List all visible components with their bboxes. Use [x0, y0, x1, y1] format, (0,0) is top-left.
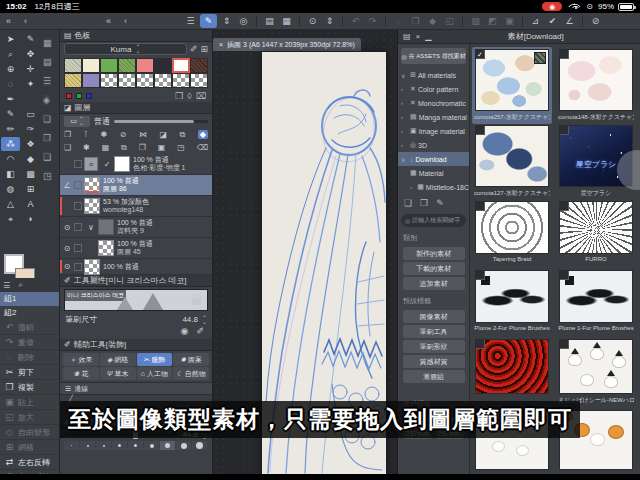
checkbox-icon[interactable]: [559, 339, 569, 349]
size-preset[interactable]: [144, 441, 159, 450]
blend-mode-value[interactable]: 普通: [94, 116, 110, 127]
pen-mode-button[interactable]: ✎: [200, 14, 217, 28]
collapse-palette2-icon[interactable]: ‹: [117, 16, 134, 26]
new-layer-icon[interactable]: ❏: [64, 143, 71, 152]
hand-tool[interactable]: ✥: [21, 47, 40, 61]
dock-material4-icon[interactable]: ◳: [43, 171, 52, 181]
tag-gradient-set[interactable]: 漸層組: [403, 370, 465, 383]
undo-button[interactable]: ↶: [347, 16, 364, 26]
tree-color-pattern[interactable]: ›✕Color pattern: [398, 82, 469, 96]
swatch-transparent[interactable]: [118, 73, 136, 88]
swatch[interactable]: [154, 58, 172, 73]
swatch[interactable]: [136, 58, 154, 73]
quick-free-transform[interactable]: ◇自由變形: [0, 425, 59, 440]
decoration-tool[interactable]: ❖: [21, 137, 40, 151]
material-item-selected[interactable]: ✓ comota257-水彩テクスチャ大き: [472, 47, 552, 124]
swatch-paste-icon[interactable]: ❒: [175, 91, 183, 101]
opacity-slider[interactable]: [114, 120, 208, 123]
size-preset-selected[interactable]: [160, 441, 175, 450]
dock-save-icon[interactable]: ▤: [43, 57, 52, 67]
lock-icon[interactable]: [192, 298, 201, 305]
quick-tab-group2[interactable]: 組2: [0, 306, 59, 320]
pen-tool[interactable]: ✎: [1, 107, 20, 121]
layer-row-adjustment[interactable]: ≡ ✓ 100 % 普通色相·彩度·明度 1: [60, 154, 212, 175]
rotate-tool[interactable]: ⊕: [1, 62, 20, 76]
paste-button[interactable]: ❐: [407, 16, 424, 26]
dock-material2-icon[interactable]: ❐: [43, 133, 51, 143]
pages-button[interactable]: ⇕: [321, 16, 338, 26]
tag-brush-tool[interactable]: 筆刷工具: [403, 325, 465, 338]
airbrush-tool[interactable]: ⁂: [1, 137, 20, 151]
new-folder-icon[interactable]: ▦: [102, 143, 110, 152]
tree-3d[interactable]: ›◎3D: [398, 138, 469, 152]
swatch-transparent[interactable]: [172, 73, 190, 88]
swatch[interactable]: [64, 58, 82, 73]
size-preset[interactable]: [80, 441, 95, 450]
subtool-plants[interactable]: Ψ草木: [100, 367, 136, 380]
ink-tool[interactable]: ✑: [21, 122, 40, 136]
lasso-tool[interactable]: ◌: [1, 77, 20, 91]
quick-copy[interactable]: ❐複製: [0, 380, 59, 395]
checkbox-icon[interactable]: [559, 125, 569, 135]
layer-ref-icon[interactable]: ◪: [159, 130, 167, 139]
speech-tool[interactable]: ◗: [21, 212, 40, 226]
swatch[interactable]: [82, 73, 100, 88]
brush-size-value[interactable]: 44.8: [182, 315, 198, 324]
zoom-tool[interactable]: ⌕: [1, 47, 20, 61]
marker-tool[interactable]: ✏: [1, 122, 20, 136]
layer-row-womoteg[interactable]: 53 % 加深顏色womoteg148: [60, 196, 212, 217]
swatch[interactable]: [64, 73, 82, 88]
pen-tool-top[interactable]: ✎: [21, 32, 40, 46]
layer-row-45[interactable]: ⊙ 100 % 普通圖層 45: [60, 238, 212, 259]
transfer-icon[interactable]: ⧉: [121, 143, 127, 153]
checkbox-icon[interactable]: [559, 270, 569, 280]
selection-all-button[interactable]: ▣: [501, 16, 518, 26]
tag-downloaded-materials[interactable]: 下載的素材: [403, 262, 465, 275]
figure-tool[interactable]: △: [1, 197, 20, 211]
layer-panel-header[interactable]: ◪ 圖層: [60, 102, 212, 114]
new-adjust-layer-icon[interactable]: ✱: [83, 143, 90, 152]
reset-icon[interactable]: ◉: [181, 326, 189, 336]
material-item[interactable]: Plume 2-Fur Plume Brushes: [472, 268, 552, 333]
material-search-input[interactable]: ◎ 請輸入檢索關鍵字: [401, 214, 466, 227]
layer-tab[interactable]: 圖層: [75, 102, 91, 113]
settings-button[interactable]: ◎: [235, 16, 252, 26]
move-tool[interactable]: ✛: [21, 62, 40, 76]
mask-icon[interactable]: ▣: [158, 143, 166, 152]
quick-scale-up[interactable]: ◱放大: [0, 410, 59, 425]
swatch-transparent[interactable]: [190, 73, 208, 88]
layer-draft-icon[interactable]: ⧉: [180, 130, 186, 140]
swatch-transparent[interactable]: [154, 73, 172, 88]
swatch-transparent[interactable]: [136, 73, 154, 88]
search-assets-button[interactable]: ◎ 在 ASSETS 尋找素材: [401, 48, 466, 64]
resize-button[interactable]: ⇕: [218, 16, 235, 26]
delete-layer-icon[interactable]: ⌫: [197, 143, 208, 152]
tree-material-folder[interactable]: ▦Material: [398, 166, 469, 180]
color-set-select[interactable]: Kuma⌃⌄: [64, 43, 187, 55]
layer-type-select[interactable]: ▭⌃⌄: [64, 116, 90, 127]
wand-tool[interactable]: ✦: [21, 77, 40, 91]
color-set-tab[interactable]: 色板: [75, 30, 91, 41]
dock-list-icon[interactable]: ☰: [43, 76, 51, 86]
eyedropper-tool[interactable]: ✒: [1, 92, 20, 106]
collapse-left2-icon[interactable]: ‹: [17, 16, 34, 26]
quick-cut[interactable]: ✂剪下: [0, 365, 59, 380]
material-item[interactable]: FURRO: [556, 199, 636, 264]
frame-tool[interactable]: ⊞: [21, 182, 40, 196]
dock-material3-icon[interactable]: ❑: [43, 152, 51, 162]
swatch-transparent[interactable]: [100, 73, 118, 88]
size-preset[interactable]: [176, 441, 191, 450]
subtool-group-tab[interactable]: ☰ 邊線: [60, 382, 212, 394]
checkbox-icon[interactable]: [475, 339, 485, 349]
checkbox-icon[interactable]: [559, 201, 569, 211]
size-preset[interactable]: [128, 441, 143, 450]
subtool-pattern[interactable]: ✹圖案: [173, 353, 209, 366]
layer-palette-icon[interactable]: ◆: [198, 130, 208, 139]
swatch[interactable]: [190, 58, 208, 73]
layer-keep-icon[interactable]: ✱: [100, 130, 107, 139]
balloon-tool[interactable]: ◍: [1, 182, 20, 196]
layer-row-selected[interactable]: ∠ 100 % 普通圖層 86: [60, 175, 212, 196]
visibility-eye-icon[interactable]: ⊙: [60, 223, 74, 232]
panel-close-icon[interactable]: ×: [416, 32, 421, 41]
eraser-tool[interactable]: ▭: [21, 107, 40, 121]
